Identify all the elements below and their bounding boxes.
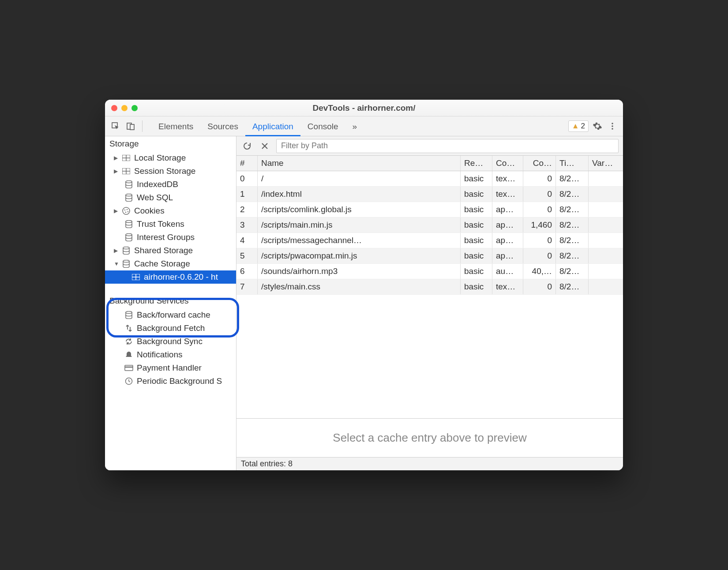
sidebar-item-shared-storage[interactable]: ▶ Shared Storage: [105, 244, 236, 257]
chevron-down-icon: ▼: [114, 261, 118, 267]
zoom-icon[interactable]: [131, 105, 138, 111]
cell-name: /scripts/messagechannel…: [258, 233, 461, 248]
cell-content-length: 0: [523, 279, 556, 294]
table-row[interactable]: 4 /scripts/messagechannel… basic ap… 0 8…: [236, 233, 623, 248]
cell-content-type: ap…: [492, 202, 523, 217]
table-row[interactable]: 0 / basic tex… 0 8/2…: [236, 171, 623, 187]
warning-count: 2: [581, 122, 585, 131]
chevron-right-icon: ▶: [114, 208, 118, 214]
cell-time: 8/2…: [556, 187, 589, 202]
cell-content-type: ap…: [492, 218, 523, 232]
sidebar-item-trust-tokens[interactable]: Trust Tokens: [105, 218, 236, 231]
tree-label: Web SQL: [137, 193, 173, 202]
tab-overflow[interactable]: »: [345, 116, 364, 136]
tab-console[interactable]: Console: [300, 116, 345, 136]
sidebar-item-cache-storage[interactable]: ▼ Cache Storage: [105, 257, 236, 270]
cell-name: /scripts/pwacompat.min.js: [258, 248, 461, 263]
tab-elements[interactable]: Elements: [151, 116, 200, 136]
cache-storage-panel: # Name Re… Co… Co… Ti… Var… 0 / basic te…: [236, 136, 623, 470]
cell-content-type: ap…: [492, 233, 523, 248]
cell-vary: [589, 233, 623, 248]
total-entries: Total entries: 8: [241, 459, 293, 468]
col-vary[interactable]: Var…: [589, 156, 623, 171]
table-row[interactable]: 3 /scripts/main.min.js basic ap… 1,460 8…: [236, 218, 623, 233]
cell-index: 1: [236, 187, 258, 202]
database-icon: [122, 260, 131, 268]
chevron-right-icon: ▶: [114, 168, 118, 174]
svg-rect-27: [125, 365, 133, 371]
cell-content-length: 0: [523, 248, 556, 263]
cell-name: /styles/main.css: [258, 279, 461, 294]
svg-rect-2: [130, 124, 134, 130]
warnings-badge[interactable]: ▲ 2: [568, 120, 589, 132]
sidebar-item-session-storage[interactable]: ▶ Session Storage: [105, 165, 236, 178]
cell-content-type: au…: [492, 264, 523, 279]
col-index[interactable]: #: [236, 156, 258, 171]
refresh-icon[interactable]: [241, 140, 253, 152]
table-row[interactable]: 1 /index.html basic tex… 0 8/2…: [236, 187, 623, 202]
sidebar-item-periodic-bg-sync[interactable]: Periodic Background S: [105, 375, 236, 388]
sidebar-item-bg-fetch[interactable]: Background Fetch: [105, 322, 236, 335]
sidebar-item-notifications[interactable]: Notifications: [105, 348, 236, 361]
tab-application[interactable]: Application: [245, 116, 300, 136]
tree-label: Cookies: [134, 206, 165, 216]
col-response[interactable]: Re…: [461, 156, 492, 171]
close-icon[interactable]: [111, 105, 117, 111]
cell-content-length: 0: [523, 202, 556, 217]
cell-vary: [589, 279, 623, 294]
svg-point-12: [126, 181, 132, 183]
sidebar-item-bfcache[interactable]: Back/forward cache: [105, 308, 236, 322]
cell-name: /scripts/comlink.global.js: [258, 202, 461, 217]
svg-point-4: [612, 125, 613, 127]
cell-index: 3: [236, 218, 258, 232]
toolbar-divider: [142, 120, 143, 132]
tree-label: Back/forward cache: [137, 310, 210, 320]
tab-sources[interactable]: Sources: [200, 116, 245, 136]
database-icon: [124, 233, 133, 241]
clear-icon[interactable]: [259, 140, 271, 152]
inspect-icon[interactable]: [109, 120, 122, 132]
bell-icon: [124, 351, 133, 359]
cell-response: basic: [461, 248, 492, 263]
cell-content-type: tex…: [492, 279, 523, 294]
sidebar-item-local-storage[interactable]: ▶ Local Storage: [105, 151, 236, 165]
sidebar-item-payment[interactable]: Payment Handler: [105, 361, 236, 375]
cell-vary: [589, 187, 623, 202]
table-body: 0 / basic tex… 0 8/2… 1 /index.html basi…: [236, 171, 623, 295]
col-name[interactable]: Name: [258, 156, 461, 171]
cell-time: 8/2…: [556, 171, 589, 186]
sidebar-item-bg-sync[interactable]: Background Sync: [105, 335, 236, 348]
device-toggle-icon[interactable]: [124, 120, 137, 132]
sync-icon: [124, 338, 133, 345]
cell-name: /index.html: [258, 187, 461, 202]
sidebar-item-interest-groups[interactable]: Interest Groups: [105, 231, 236, 244]
sidebar-item-websql[interactable]: Web SQL: [105, 191, 236, 204]
table-row[interactable]: 2 /scripts/comlink.global.js basic ap… 0…: [236, 202, 623, 218]
tree-label: Cache Storage: [134, 259, 190, 269]
tree-label: Payment Handler: [137, 363, 202, 373]
window-controls: [111, 100, 138, 116]
svg-point-13: [126, 194, 132, 196]
minimize-icon[interactable]: [121, 105, 128, 111]
table-row[interactable]: 5 /scripts/pwacompat.min.js basic ap… 0 …: [236, 248, 623, 264]
sidebar-item-cookies[interactable]: ▶ Cookies: [105, 204, 236, 218]
table-header: # Name Re… Co… Co… Ti… Var…: [236, 156, 623, 171]
svg-point-5: [612, 128, 613, 130]
panel-tabs: Elements Sources Application Console »: [151, 116, 364, 136]
svg-point-20: [126, 234, 132, 236]
svg-point-18: [128, 211, 128, 212]
col-content-length[interactable]: Co…: [523, 156, 556, 171]
filter-input[interactable]: [276, 139, 619, 153]
table-row[interactable]: 6 /sounds/airhorn.mp3 basic au… 40,… 8/2…: [236, 264, 623, 279]
tree-label: Shared Storage: [134, 246, 193, 255]
col-time[interactable]: Ti…: [556, 156, 589, 171]
tree-label: Background Sync: [137, 337, 203, 346]
col-content-type[interactable]: Co…: [492, 156, 523, 171]
kebab-icon[interactable]: [606, 120, 619, 132]
cell-time: 8/2…: [556, 218, 589, 232]
sidebar-item-cache-entry[interactable]: airhorner-0.6.20 - ht: [105, 270, 236, 284]
sidebar-item-indexeddb[interactable]: IndexedDB: [105, 178, 236, 191]
card-icon: [124, 365, 133, 371]
table-row[interactable]: 7 /styles/main.css basic tex… 0 8/2…: [236, 279, 623, 295]
gear-icon[interactable]: [591, 120, 604, 132]
